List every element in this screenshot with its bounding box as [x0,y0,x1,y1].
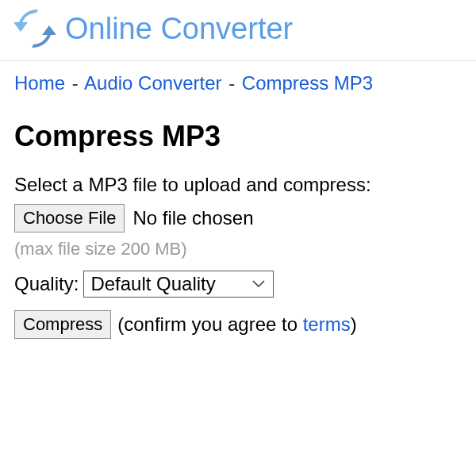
agree-suffix: ) [351,313,357,335]
refresh-icon [14,8,56,49]
page-title: Compress MP3 [14,120,462,153]
submit-row: Compress (confirm you agree to terms) [14,310,462,339]
chevron-down-icon [252,280,265,288]
file-input-row: Choose File No file chosen [14,204,462,232]
upload-instruction: Select a MP3 file to upload and compress… [14,174,462,196]
file-status-text: No file chosen [132,207,253,229]
choose-file-button[interactable]: Choose File [14,204,125,232]
agree-text: (confirm you agree to terms) [117,313,356,336]
agree-prefix: (confirm you agree to [117,313,302,335]
site-title[interactable]: Online Converter [65,12,293,46]
quality-label: Quality: [14,273,79,295]
quality-select[interactable]: Default Quality [83,271,274,298]
terms-link[interactable]: terms [303,313,351,335]
breadcrumb-separator: - [228,72,235,94]
max-size-hint: (max file size 200 MB) [14,239,462,259]
compress-button[interactable]: Compress [14,310,111,339]
breadcrumb-home[interactable]: Home [14,72,65,94]
main-content: Compress MP3 Select a MP3 file to upload… [0,120,476,339]
quality-selected-value: Default Quality [90,273,215,294]
breadcrumb-separator: - [72,72,79,94]
breadcrumb-audio-converter[interactable]: Audio Converter [84,72,221,94]
quality-row: Quality: Default Quality [14,271,462,298]
breadcrumb: Home - Audio Converter - Compress MP3 [0,61,476,106]
site-header: Online Converter [0,0,476,61]
breadcrumb-compress-mp3[interactable]: Compress MP3 [242,72,373,94]
